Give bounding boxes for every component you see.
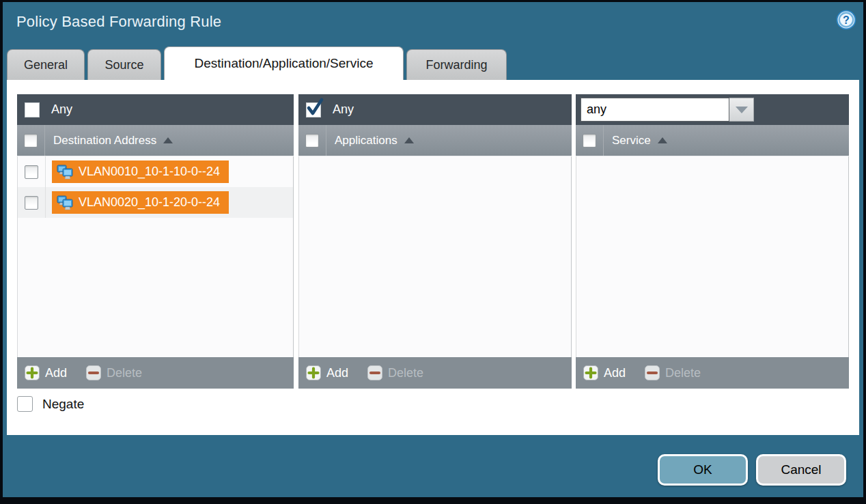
destination-any-bar: Any [17, 94, 294, 125]
row-checkbox-cell [18, 187, 46, 218]
destination-footer: Add Delete [17, 357, 294, 389]
applications-column-header[interactable]: Applications [335, 134, 397, 148]
add-plus-icon [25, 365, 40, 380]
network-group-icon [57, 195, 73, 210]
checkmark-icon [305, 98, 324, 117]
address-object-label: VLAN0020_10-1-20-0--24 [79, 195, 220, 210]
applications-select-all-checkbox[interactable] [305, 134, 319, 148]
applications-column-header-row: Applications [298, 125, 572, 156]
service-footer: Add Delete [576, 357, 849, 389]
address-object-chip[interactable]: VLAN0010_10-1-10-0--24 [52, 160, 229, 183]
dropdown-arrow-icon [736, 107, 748, 113]
add-label: Add [326, 366, 348, 380]
service-column-header[interactable]: Service [612, 134, 651, 148]
destination-any-label: Any [51, 102, 72, 117]
delete-minus-icon [86, 365, 101, 380]
destination-column-header-row: Destination Address [17, 125, 294, 156]
negate-checkbox[interactable] [17, 396, 33, 412]
applications-delete-button[interactable]: Delete [367, 365, 423, 380]
service-list [576, 156, 849, 357]
address-object-label: VLAN0010_10-1-10-0--24 [79, 165, 220, 179]
applications-any-label: Any [333, 102, 354, 117]
add-label: Add [45, 366, 67, 380]
select-all-cell [576, 125, 604, 156]
destination-column-header[interactable]: Destination Address [53, 134, 156, 148]
destination-address-panel: Any Destination Address [17, 94, 294, 389]
list-item: VLAN0010_10-1-10-0--24 [18, 156, 293, 187]
row-checkbox[interactable] [25, 165, 38, 179]
service-select-all-checkbox[interactable] [583, 134, 596, 148]
row-checkbox-cell [18, 156, 46, 187]
destination-select-all-checkbox[interactable] [24, 134, 38, 148]
destination-any-checkbox[interactable] [25, 102, 40, 117]
cancel-button[interactable]: Cancel [756, 454, 846, 486]
service-panel: any Service [576, 94, 849, 389]
service-column-header-row: Service [576, 125, 849, 156]
tab-general[interactable]: General [7, 49, 85, 80]
applications-panel: Any Applications Add [298, 94, 572, 389]
service-dropdown-button[interactable] [729, 98, 754, 122]
service-dropdown: any [581, 98, 754, 122]
tab-destination-application-service[interactable]: Destination/Application/Service [164, 46, 404, 80]
applications-list [298, 156, 572, 357]
applications-any-bar: Any [298, 94, 572, 125]
negate-label: Negate [42, 397, 84, 412]
destination-add-button[interactable]: Add [25, 365, 67, 380]
network-group-icon [57, 165, 73, 180]
delete-minus-icon [645, 365, 660, 380]
service-add-button[interactable]: Add [583, 365, 626, 380]
applications-add-button[interactable]: Add [306, 365, 348, 380]
tab-content: Any Destination Address [7, 80, 859, 435]
destination-delete-button[interactable]: Delete [86, 365, 142, 380]
tab-forwarding[interactable]: Forwarding [406, 49, 507, 80]
add-label: Add [604, 366, 626, 380]
service-delete-button[interactable]: Delete [645, 365, 701, 380]
add-plus-icon [583, 365, 598, 380]
ok-button[interactable]: OK [658, 454, 748, 486]
list-item: VLAN0020_10-1-20-0--24 [18, 187, 293, 218]
select-all-cell [17, 125, 45, 156]
delete-label: Delete [388, 366, 423, 380]
policy-based-forwarding-dialog: Policy Based Forwarding Rule ? General S… [0, 0, 866, 504]
select-all-cell [298, 125, 326, 156]
dialog-title: Policy Based Forwarding Rule [16, 13, 221, 31]
delete-label: Delete [107, 366, 142, 380]
sort-ascending-icon[interactable] [163, 137, 173, 143]
svg-text:?: ? [843, 14, 850, 26]
address-object-chip[interactable]: VLAN0020_10-1-20-0--24 [52, 191, 229, 214]
applications-footer: Add Delete [298, 357, 572, 389]
add-plus-icon [306, 365, 321, 380]
service-dropdown-value[interactable]: any [581, 98, 729, 122]
delete-label: Delete [665, 366, 701, 380]
delete-minus-icon [367, 365, 382, 380]
sort-ascending-icon[interactable] [658, 137, 667, 143]
row-checkbox[interactable] [25, 196, 38, 210]
service-dropdown-bar: any [576, 94, 849, 125]
destination-list: VLAN0010_10-1-10-0--24 [17, 156, 294, 357]
negate-row: Negate [17, 396, 84, 412]
sort-ascending-icon[interactable] [404, 137, 414, 143]
applications-any-checkbox[interactable] [306, 102, 321, 117]
tab-source[interactable]: Source [87, 49, 161, 80]
help-icon[interactable]: ? [836, 10, 856, 30]
tab-bar: General Source Destination/Application/S… [7, 46, 507, 80]
